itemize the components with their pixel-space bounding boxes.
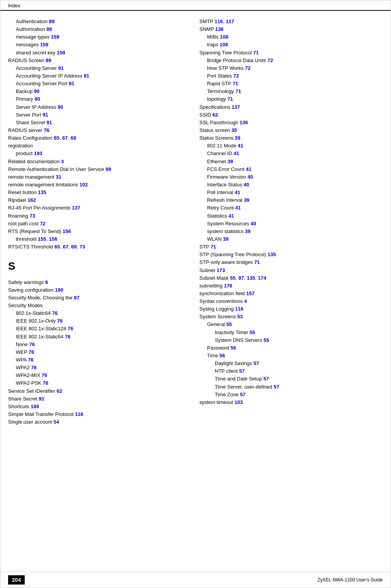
page-link[interactable]: 135 xyxy=(247,275,255,281)
page-link[interactable]: 71 xyxy=(253,50,259,56)
page-link[interactable]: 87 xyxy=(74,295,79,301)
page-link[interactable]: 91 xyxy=(39,396,44,402)
page-link[interactable]: 189 xyxy=(31,404,39,409)
page-link[interactable]: 89 xyxy=(46,57,51,63)
page-link[interactable]: 41 xyxy=(235,205,241,211)
page-link[interactable]: 57 xyxy=(253,360,259,366)
page-link[interactable]: 54 xyxy=(54,419,59,425)
page-link[interactable]: 41 xyxy=(234,150,239,156)
page-link[interactable]: 90 xyxy=(57,104,63,110)
page-link[interactable]: 55 xyxy=(249,329,255,335)
page-link[interactable]: 76 xyxy=(65,334,70,340)
page-link[interactable]: 71 xyxy=(254,259,260,265)
page-link[interactable]: 72 xyxy=(233,73,239,79)
page-link[interactable]: 56 xyxy=(231,345,236,351)
page-link[interactable]: 72 xyxy=(245,65,251,71)
page-link[interactable]: 190 xyxy=(55,287,63,293)
page-link[interactable]: 41 xyxy=(238,143,243,149)
page-link[interactable]: 108 xyxy=(220,34,228,40)
page-link[interactable]: 76 xyxy=(43,380,48,386)
page-link[interactable]: 76 xyxy=(29,349,34,355)
page-link[interactable]: 89 xyxy=(47,26,52,32)
page-link[interactable]: 157 xyxy=(246,291,254,296)
page-link[interactable]: 117 xyxy=(226,19,234,24)
page-link[interactable]: 91 xyxy=(58,65,64,71)
page-link[interactable]: 76 xyxy=(44,127,49,133)
page-link[interactable]: 176 xyxy=(224,283,233,289)
page-link[interactable]: 76 xyxy=(28,357,34,363)
page-link[interactable]: 41 xyxy=(229,213,234,219)
page-link[interactable]: 91 xyxy=(69,81,74,86)
page-link[interactable]: 56 xyxy=(219,353,225,358)
page-link[interactable]: 62 xyxy=(212,112,218,118)
page-link[interactable]: 67 xyxy=(62,135,67,141)
page-link[interactable]: 72 xyxy=(40,221,45,226)
page-link[interactable]: 135 xyxy=(38,189,46,195)
page-link[interactable]: 91 xyxy=(42,112,48,118)
page-link[interactable]: 159 xyxy=(57,50,65,56)
page-link[interactable]: 76 xyxy=(31,365,37,370)
page-link[interactable]: 71 xyxy=(228,96,233,102)
page-link[interactable]: 155 xyxy=(38,236,46,242)
page-link[interactable]: 193 xyxy=(34,150,42,156)
page-link[interactable]: 57 xyxy=(240,392,245,397)
page-link[interactable]: 137 xyxy=(72,205,80,211)
page-link[interactable]: 90 xyxy=(34,88,39,94)
page-link[interactable]: 55 xyxy=(230,275,236,281)
page-link[interactable]: 35 xyxy=(231,127,237,133)
page-link[interactable]: 71 xyxy=(211,244,216,250)
page-link[interactable]: 90 xyxy=(34,96,40,102)
page-link[interactable]: 76 xyxy=(67,326,73,331)
page-link[interactable]: 76 xyxy=(42,372,47,378)
page-link[interactable]: 55 xyxy=(226,321,232,327)
page-link[interactable]: 159 xyxy=(51,34,59,40)
page-link[interactable]: 39 xyxy=(228,159,233,164)
page-link[interactable]: 97 xyxy=(238,275,244,281)
page-link[interactable]: 73 xyxy=(79,244,85,250)
page-link[interactable]: 69 xyxy=(71,135,76,141)
page-link[interactable]: 136 xyxy=(239,120,248,125)
page-link[interactable]: 3 xyxy=(61,159,64,164)
page-link[interactable]: 135 xyxy=(268,252,276,257)
page-link[interactable]: 89 xyxy=(49,19,54,24)
page-link[interactable]: 103 xyxy=(234,399,243,405)
page-link[interactable]: 40 xyxy=(244,182,249,188)
page-link[interactable]: 173 xyxy=(217,267,225,273)
page-link[interactable]: 136 xyxy=(215,26,224,32)
page-link[interactable]: 91 xyxy=(47,120,52,125)
page-link[interactable]: 39 xyxy=(244,197,249,203)
page-link[interactable]: 65 xyxy=(54,244,60,250)
page-link[interactable]: 159 xyxy=(40,42,49,47)
page-link[interactable]: 156 xyxy=(49,236,57,242)
page-link[interactable]: 116 xyxy=(215,19,223,24)
page-link[interactable]: 39 xyxy=(223,236,228,242)
page-link[interactable]: 55 xyxy=(263,337,269,343)
page-link[interactable]: 57 xyxy=(274,384,279,390)
page-link[interactable]: 116 xyxy=(235,306,244,312)
page-link[interactable]: 57 xyxy=(239,368,244,374)
page-link[interactable]: 116 xyxy=(75,411,83,417)
page-link[interactable]: 53 xyxy=(237,314,243,319)
page-link[interactable]: 39 xyxy=(245,228,250,234)
page-link[interactable]: 31 xyxy=(56,174,61,180)
page-link[interactable]: 62 xyxy=(57,388,62,394)
page-link[interactable]: 73 xyxy=(30,213,35,219)
page-link[interactable]: 67 xyxy=(63,244,68,250)
page-link[interactable]: 108 xyxy=(220,42,228,47)
page-link[interactable]: 76 xyxy=(29,341,35,347)
page-link[interactable]: 91 xyxy=(84,73,89,79)
page-link[interactable]: 71 xyxy=(233,81,238,86)
page-link[interactable]: 65 xyxy=(54,135,59,141)
page-link[interactable]: 72 xyxy=(268,57,273,63)
page-link[interactable]: 69 xyxy=(71,244,77,250)
page-link[interactable]: 71 xyxy=(236,88,241,94)
page-link[interactable]: 41 xyxy=(235,189,240,195)
page-link[interactable]: 41 xyxy=(246,166,251,172)
page-link[interactable]: 57 xyxy=(263,376,269,382)
page-link[interactable]: 39 xyxy=(235,135,240,141)
page-link[interactable]: 156 xyxy=(62,228,71,234)
page-link[interactable]: 102 xyxy=(79,182,88,188)
page-link[interactable]: 76 xyxy=(57,318,62,324)
page-link[interactable]: 137 xyxy=(232,104,240,110)
page-link[interactable]: 40 xyxy=(248,174,253,180)
